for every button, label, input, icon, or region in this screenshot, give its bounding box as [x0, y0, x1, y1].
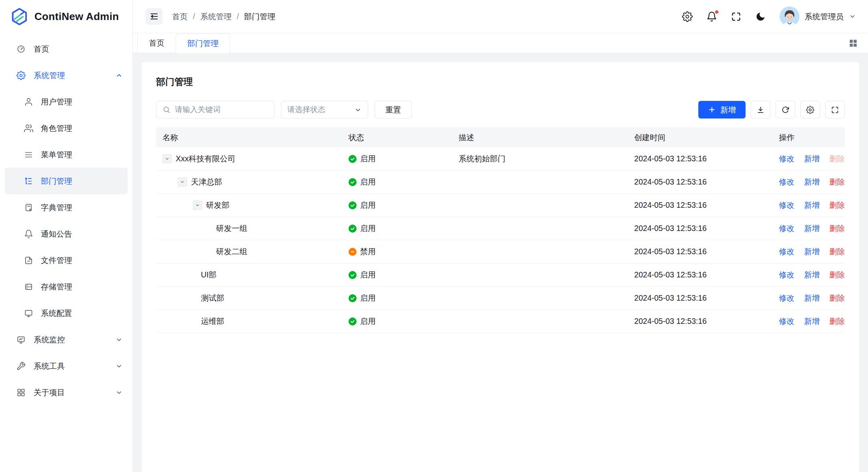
- sidebar-item-dict-management[interactable]: 字典管理: [5, 194, 128, 221]
- add-link[interactable]: 新增: [804, 200, 820, 211]
- app-root: ContiNew Admin 首页 系统管理 用户管理 角色管理 菜单管理 部门…: [0, 0, 868, 472]
- user-menu[interactable]: 系统管理员: [780, 6, 856, 26]
- edit-link[interactable]: 修改: [779, 316, 794, 327]
- collapse-sidebar-button[interactable]: [146, 8, 162, 25]
- reset-button[interactable]: 重置: [375, 101, 412, 119]
- edit-link[interactable]: 修改: [779, 223, 794, 234]
- breadcrumb-item[interactable]: 首页: [172, 11, 188, 22]
- sidebar-item-storage-management[interactable]: 存储管理: [5, 273, 128, 300]
- dark-mode-button[interactable]: [755, 11, 766, 22]
- delete-link[interactable]: 删除: [829, 200, 845, 211]
- monitor-chart-icon: [16, 335, 26, 344]
- table-header: 名称 状态 描述 创建时间 操作: [156, 127, 845, 147]
- edit-link[interactable]: 修改: [779, 153, 794, 164]
- export-button[interactable]: [751, 101, 770, 119]
- add-link[interactable]: 新增: [804, 177, 820, 187]
- sidebar-item-system-tools[interactable]: 系统工具: [0, 353, 132, 379]
- dept-name: UI部: [201, 269, 216, 280]
- table-row: 研发二组 禁用 2024-05-03 12:53:16 修改 新增 删除: [156, 240, 845, 263]
- add-link[interactable]: 新增: [804, 293, 820, 303]
- add-link[interactable]: 新增: [804, 246, 820, 257]
- refresh-icon: [781, 106, 790, 114]
- avatar: [780, 6, 800, 26]
- fullscreen-icon: [831, 106, 839, 114]
- table-row: 测试部 启用 2024-05-03 12:53:16 修改 新增 删除: [156, 287, 845, 310]
- sidebar: ContiNew Admin 首页 系统管理 用户管理 角色管理 菜单管理 部门…: [0, 0, 133, 472]
- file-icon: [24, 256, 33, 265]
- collapse-sidebar-icon: [149, 12, 159, 21]
- status-enabled-icon: [349, 317, 357, 325]
- created-time: 2024-05-03 12:53:16: [634, 224, 707, 233]
- created-time: 2024-05-03 12:53:16: [634, 317, 707, 326]
- row-collapse-button[interactable]: [178, 177, 187, 187]
- sidebar-item-user-management[interactable]: 用户管理: [5, 88, 128, 115]
- status-disabled-icon: [349, 248, 357, 256]
- delete-link[interactable]: 删除: [829, 246, 845, 257]
- chevron-down-icon: [354, 106, 362, 114]
- add-link[interactable]: 新增: [804, 269, 820, 280]
- users-icon: [24, 124, 33, 133]
- tab-grid-icon[interactable]: [848, 38, 858, 48]
- sidebar-item-dept-management[interactable]: 部门管理: [5, 168, 128, 194]
- sidebar-item-role-management[interactable]: 角色管理: [5, 115, 128, 141]
- notifications-button[interactable]: [706, 11, 717, 22]
- topbar: 首页/系统管理/部门管理 系统管理员: [133, 0, 868, 33]
- delete-link[interactable]: 删除: [829, 223, 845, 234]
- sidebar-item-about[interactable]: 关于项目: [0, 379, 132, 406]
- row-collapse-button[interactable]: [162, 154, 172, 163]
- tab-dept-management[interactable]: 部门管理: [176, 33, 230, 53]
- table-row: 天津总部 启用 2024-05-03 12:53:16 修改 新增 删除: [156, 171, 845, 194]
- delete-link[interactable]: 删除: [829, 269, 845, 280]
- table-fullscreen-button[interactable]: [825, 101, 845, 119]
- add-link[interactable]: 新增: [804, 316, 820, 327]
- dept-name: Xxx科技有限公司: [176, 153, 236, 164]
- add-button[interactable]: 新增: [698, 101, 746, 119]
- edit-link[interactable]: 修改: [779, 200, 794, 211]
- status-enabled-icon: [349, 271, 357, 279]
- gear-icon: [682, 11, 693, 22]
- column-settings-button[interactable]: [800, 101, 820, 119]
- tab-home[interactable]: 首页: [137, 33, 176, 53]
- content-card: 部门管理 请选择状态 重置 新增: [142, 62, 859, 472]
- dept-name: 天津总部: [191, 177, 222, 187]
- sidebar-item-system-config[interactable]: 系统配置: [5, 300, 128, 326]
- status-enabled-icon: [349, 178, 357, 186]
- toolbar-right: 新增: [698, 101, 845, 119]
- topbar-actions: 系统管理员: [682, 6, 856, 26]
- breadcrumb-item[interactable]: 系统管理: [200, 11, 231, 22]
- status-enabled-icon: [349, 155, 357, 163]
- sidebar-item-system-management[interactable]: 系统管理: [0, 62, 132, 88]
- table-row: UI部 启用 2024-05-03 12:53:16 修改 新增 删除: [156, 263, 845, 287]
- add-link[interactable]: 新增: [804, 223, 820, 234]
- add-link[interactable]: 新增: [804, 153, 820, 164]
- status-select[interactable]: 请选择状态: [281, 101, 368, 119]
- row-collapse-button[interactable]: [193, 201, 202, 210]
- monitor-icon: [24, 309, 33, 318]
- settings-button[interactable]: [682, 11, 693, 22]
- dept-description: 系统初始部门: [459, 153, 505, 164]
- edit-link[interactable]: 修改: [779, 246, 794, 257]
- edit-link[interactable]: 修改: [779, 177, 794, 187]
- delete-link[interactable]: 删除: [829, 293, 845, 303]
- sidebar-item-notice[interactable]: 通知公告: [5, 221, 128, 247]
- sidebar-item-file-management[interactable]: 文件管理: [5, 247, 128, 273]
- sidebar-item-system-monitor[interactable]: 系统监控: [0, 326, 132, 353]
- sidebar-item-home[interactable]: 首页: [0, 36, 132, 62]
- search-input[interactable]: [175, 105, 268, 114]
- app-logo-icon: [10, 7, 29, 26]
- delete-link[interactable]: 删除: [829, 316, 845, 327]
- sidebar-item-menu-management[interactable]: 菜单管理: [5, 141, 128, 168]
- dept-name: 测试部: [201, 293, 225, 303]
- delete-link[interactable]: 删除: [829, 153, 845, 164]
- app-logo[interactable]: ContiNew Admin: [0, 0, 132, 33]
- delete-link[interactable]: 删除: [829, 177, 845, 187]
- chevron-down-icon: [115, 389, 123, 396]
- refresh-button[interactable]: [776, 101, 795, 119]
- chevron-down-icon: [180, 179, 185, 185]
- status-label: 启用: [360, 153, 376, 164]
- table-row: Xxx科技有限公司 启用 系统初始部门 2024-05-03 12:53:16 …: [156, 147, 845, 171]
- edit-link[interactable]: 修改: [779, 269, 794, 280]
- fullscreen-button[interactable]: [731, 11, 742, 22]
- edit-link[interactable]: 修改: [779, 293, 794, 303]
- add-button-label: 新增: [720, 104, 736, 115]
